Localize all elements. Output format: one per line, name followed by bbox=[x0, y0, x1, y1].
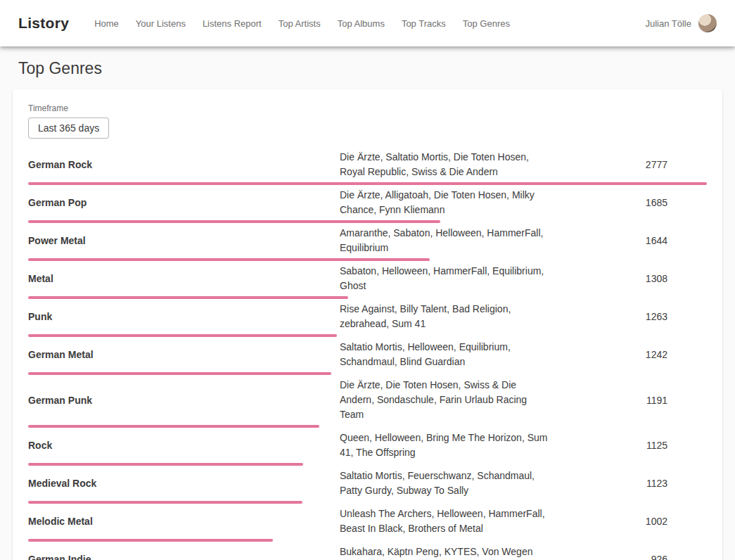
genre-artists: Sabaton, Helloween, HammerFall, Equilibr… bbox=[340, 264, 551, 293]
page-main: Top Genres Timeframe Last 365 days Germa… bbox=[0, 59, 735, 560]
genre-name: German Rock bbox=[28, 159, 340, 170]
genre-artists: Unleash The Archers, Helloween, HammerFa… bbox=[340, 507, 551, 536]
genre-row-content: PunkRise Against, Billy Talent, Bad Reli… bbox=[28, 299, 707, 334]
genre-name: German Metal bbox=[28, 349, 340, 360]
timeframe-control: Timeframe Last 365 days bbox=[28, 103, 707, 139]
genre-count: 926 bbox=[551, 554, 707, 560]
genre-name: Metal bbox=[28, 273, 340, 284]
genre-count: 1191 bbox=[551, 395, 707, 406]
genre-row: Medieval RockSaltatio Mortis, Feuerschwa… bbox=[28, 466, 707, 504]
genre-count: 1242 bbox=[551, 349, 707, 360]
page-title: Top Genres bbox=[18, 59, 717, 78]
user-menu[interactable]: Julian Tölle bbox=[645, 14, 717, 32]
genre-artists: Die Ärzte, Die Toten Hosen, Swiss & Die … bbox=[340, 378, 551, 422]
genre-count: 1644 bbox=[551, 235, 707, 246]
genre-row-content: German PunkDie Ärzte, Die Toten Hosen, S… bbox=[28, 375, 707, 425]
genre-row-content: RockQueen, Helloween, Bring Me The Horiz… bbox=[28, 428, 707, 463]
genre-artists: Amaranthe, Sabaton, Helloween, HammerFal… bbox=[340, 226, 551, 255]
top-genres-card: Timeframe Last 365 days German RockDie Ä… bbox=[13, 89, 722, 560]
genre-row-content: German IndieBukahara, Käptn Peng, KYTES,… bbox=[28, 542, 707, 560]
genre-row-content: Power MetalAmaranthe, Sabaton, Helloween… bbox=[28, 223, 707, 258]
genre-artists: Saltatio Mortis, Feuerschwanz, Schandmau… bbox=[340, 469, 551, 498]
genre-row-content: German RockDie Ärzte, Saltatio Mortis, D… bbox=[28, 147, 707, 182]
genre-row: Power MetalAmaranthe, Sabaton, Helloween… bbox=[28, 223, 707, 261]
genre-count: 1002 bbox=[551, 516, 707, 527]
genre-row-content: Medieval RockSaltatio Mortis, Feuerschwa… bbox=[28, 466, 707, 501]
genre-row: German PopDie Ärzte, Alligatoah, Die Tot… bbox=[28, 185, 707, 223]
app-logo[interactable]: Listory bbox=[18, 15, 69, 32]
genre-artists: Die Ärzte, Saltatio Mortis, Die Toten Ho… bbox=[340, 150, 551, 179]
genre-name: German Pop bbox=[28, 197, 340, 208]
nav-item-listens-report[interactable]: Listens Report bbox=[203, 18, 262, 29]
genre-count: 1263 bbox=[551, 311, 707, 322]
genre-row-content: German PopDie Ärzte, Alligatoah, Die Tot… bbox=[28, 185, 707, 220]
nav-item-your-listens[interactable]: Your Listens bbox=[136, 18, 186, 29]
genre-row: German IndieBukahara, Käptn Peng, KYTES,… bbox=[28, 542, 707, 560]
genre-name: Melodic Metal bbox=[28, 516, 340, 527]
genre-artists: Rise Against, Billy Talent, Bad Religion… bbox=[340, 302, 551, 331]
genre-count: 2777 bbox=[551, 159, 707, 170]
nav-item-top-albums[interactable]: Top Albums bbox=[338, 18, 385, 29]
genre-name: Rock bbox=[28, 440, 340, 451]
timeframe-select[interactable]: Last 365 days bbox=[28, 117, 109, 139]
genre-row: German MetalSaltatio Mortis, Helloween, … bbox=[28, 337, 707, 375]
app-header: Listory HomeYour ListensListens ReportTo… bbox=[0, 0, 735, 46]
main-nav: HomeYour ListensListens ReportTop Artist… bbox=[94, 18, 645, 29]
genre-name: Punk bbox=[28, 311, 340, 322]
genre-artists: Saltatio Mortis, Helloween, Equilibrium,… bbox=[340, 340, 551, 369]
genre-row: MetalSabaton, Helloween, HammerFall, Equ… bbox=[28, 261, 707, 299]
genre-count: 1123 bbox=[551, 478, 707, 489]
genre-row: German RockDie Ärzte, Saltatio Mortis, D… bbox=[28, 147, 707, 185]
genres-table: German RockDie Ärzte, Saltatio Mortis, D… bbox=[28, 147, 707, 560]
user-avatar bbox=[698, 14, 717, 32]
nav-item-top-tracks[interactable]: Top Tracks bbox=[402, 18, 446, 29]
genre-row-content: Melodic MetalUnleash The Archers, Hellow… bbox=[28, 504, 707, 539]
genre-name: Medieval Rock bbox=[28, 478, 340, 489]
genre-name: Power Metal bbox=[28, 235, 340, 246]
genre-count: 1125 bbox=[551, 440, 707, 451]
genre-artists: Die Ärzte, Alligatoah, Die Toten Hosen, … bbox=[340, 188, 551, 217]
genre-row: RockQueen, Helloween, Bring Me The Horiz… bbox=[28, 428, 707, 466]
genre-count: 1308 bbox=[551, 273, 707, 284]
nav-item-top-genres[interactable]: Top Genres bbox=[463, 18, 510, 29]
genre-name: German Indie bbox=[28, 554, 340, 560]
genre-name: German Punk bbox=[28, 395, 340, 406]
genre-artists: Bukahara, Käptn Peng, KYTES, Von Wegen L… bbox=[340, 545, 551, 560]
nav-item-top-artists[interactable]: Top Artists bbox=[279, 18, 321, 29]
genre-row-content: MetalSabaton, Helloween, HammerFall, Equ… bbox=[28, 261, 707, 296]
genre-row: German PunkDie Ärzte, Die Toten Hosen, S… bbox=[28, 375, 707, 428]
timeframe-label: Timeframe bbox=[28, 103, 707, 113]
nav-item-home[interactable]: Home bbox=[94, 18, 119, 29]
genre-artists: Queen, Helloween, Bring Me The Horizon, … bbox=[340, 431, 551, 460]
genre-row: Melodic MetalUnleash The Archers, Hellow… bbox=[28, 504, 707, 542]
genre-row-content: German MetalSaltatio Mortis, Helloween, … bbox=[28, 337, 707, 372]
user-name: Julian Tölle bbox=[645, 18, 691, 29]
genre-count: 1685 bbox=[551, 197, 707, 208]
genre-row: PunkRise Against, Billy Talent, Bad Reli… bbox=[28, 299, 707, 337]
